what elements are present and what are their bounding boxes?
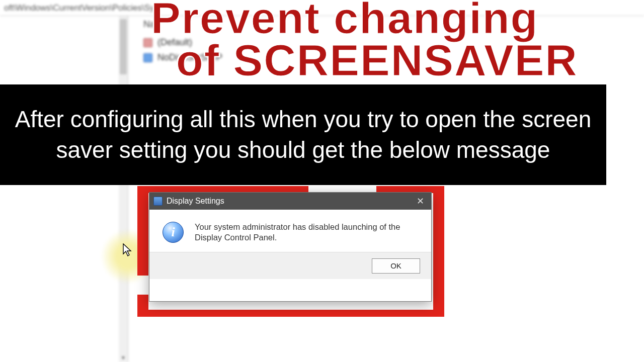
info-icon — [163, 222, 184, 243]
cursor-highlight — [101, 229, 156, 284]
message-box-text: Your system administrator has disabled l… — [195, 222, 406, 243]
registry-row[interactable]: NoDispScrSavP — [143, 52, 222, 63]
ok-button[interactable]: OK — [372, 258, 420, 274]
scroll-down-arrow[interactable]: ▼ — [119, 353, 128, 362]
registry-address-bar[interactable]: oft\Windows\CurrentVersion\Policies\Sy — [0, 0, 644, 16]
tutorial-caption: After configuring all this when you try … — [0, 84, 606, 185]
registry-tree-pane[interactable]: ▲ ▼ — [0, 16, 128, 362]
close-button[interactable]: ✕ — [409, 193, 431, 210]
scrollbar-thumb[interactable] — [120, 19, 127, 74]
registry-value-pane[interactable]: Na (Default) NoDispScrSavP — [128, 16, 644, 362]
column-header-name[interactable]: Na — [143, 16, 155, 33]
message-box-titlebar[interactable]: Display Settings ✕ — [149, 193, 431, 210]
reg-string-icon — [143, 38, 152, 47]
registry-value-name: (Default) — [157, 37, 192, 48]
message-box: Display Settings ✕ Your system administr… — [149, 192, 432, 302]
message-box-body: Your system administrator has disabled l… — [149, 210, 431, 252]
reg-dword-icon — [143, 53, 152, 62]
app-icon — [153, 197, 163, 206]
message-box-title: Display Settings — [167, 197, 224, 206]
message-box-footer: OK — [149, 252, 431, 279]
scrollbar-track[interactable]: ▲ ▼ — [119, 16, 128, 362]
registry-row[interactable]: (Default) — [143, 37, 192, 48]
registry-value-name: NoDispScrSavP — [157, 52, 222, 63]
